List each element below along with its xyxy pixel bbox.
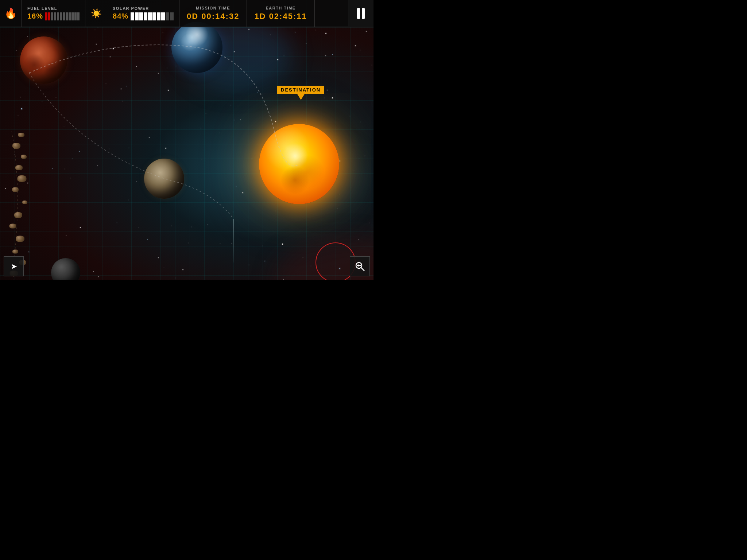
pause-bar-1	[357, 8, 360, 19]
star	[282, 244, 283, 245]
star	[123, 101, 123, 101]
asteroid-6	[12, 187, 19, 192]
solar-icon-button[interactable]: ☀️	[85, 0, 107, 27]
forward-button[interactable]: ➤	[4, 256, 24, 276]
fuel-seg-9	[69, 12, 71, 20]
star	[340, 194, 340, 194]
star	[242, 192, 243, 193]
pause-bar-2	[362, 8, 365, 19]
star	[164, 268, 164, 268]
zoom-button[interactable]	[350, 256, 370, 276]
fuel-label: FUEL LEVEL	[27, 6, 80, 11]
star	[339, 160, 340, 162]
star	[206, 113, 206, 114]
star	[96, 44, 97, 44]
solar-section: SOLAR POWER 84%	[107, 0, 179, 27]
mars-planet[interactable]	[20, 36, 67, 84]
star	[248, 29, 249, 30]
star	[106, 83, 106, 84]
forward-arrow-icon: ➤	[11, 262, 17, 271]
star	[117, 222, 117, 223]
mission-time-value: 0D 00:14:32	[187, 12, 239, 21]
star	[128, 200, 129, 200]
fuel-seg-5	[57, 12, 59, 20]
star	[264, 261, 265, 261]
asteroid-3	[21, 155, 27, 159]
star	[325, 55, 326, 56]
asteroid-5	[18, 175, 27, 182]
star	[275, 211, 275, 211]
star	[366, 31, 367, 32]
asteroid-7	[22, 201, 27, 204]
star	[165, 148, 166, 149]
star	[98, 276, 99, 277]
pause-button[interactable]	[348, 0, 374, 27]
star	[232, 243, 232, 244]
star	[369, 223, 369, 223]
rocky-planet[interactable]	[144, 159, 184, 199]
star	[129, 148, 129, 148]
star	[332, 54, 333, 55]
fuel-bar	[45, 12, 80, 20]
asteroid-4	[15, 165, 23, 170]
solar-seg-2	[135, 12, 139, 20]
fuel-value: 16%	[27, 12, 43, 20]
fuel-seg-7	[63, 12, 65, 20]
star	[158, 257, 159, 258]
solar-icon: ☀️	[91, 8, 102, 19]
fuel-section: FUEL LEVEL 16%	[22, 0, 85, 27]
ice-planet[interactable]	[171, 22, 222, 73]
star	[168, 90, 169, 91]
flame-icon: 🔥	[4, 7, 17, 19]
solar-seg-6	[152, 12, 156, 20]
earth-time-label: EARTH TIME	[266, 6, 295, 10]
star	[191, 227, 192, 227]
fuel-icon-button[interactable]: 🔥	[0, 0, 22, 27]
solar-seg-5	[148, 12, 152, 20]
earth-time-section: EARTH TIME 1D 02:45:11	[247, 0, 314, 27]
star	[56, 97, 56, 98]
asteroid-9	[9, 224, 16, 229]
star	[220, 244, 220, 244]
fuel-seg-6	[60, 12, 62, 20]
star	[97, 166, 98, 166]
destination-marker: DESTINATION	[277, 86, 324, 100]
sun-destination[interactable]	[259, 124, 339, 204]
earth-time-value: 1D 02:45:11	[254, 12, 307, 21]
destination-tag: DESTINATION	[277, 86, 324, 94]
game-container: DESTINATION 🔥 FUEL LEVEL 16%	[0, 0, 374, 280]
asteroid-8	[14, 212, 22, 218]
fuel-seg-8	[66, 12, 68, 20]
star	[257, 92, 258, 93]
star	[136, 66, 137, 67]
spacecraft-trajectory	[233, 219, 233, 262]
star	[303, 257, 303, 258]
star	[350, 116, 350, 116]
solar-bar	[131, 12, 174, 20]
fuel-seg-4	[54, 12, 56, 20]
star	[139, 227, 139, 228]
mission-time-section: MISSION TIME 0D 00:14:32	[179, 0, 247, 27]
fuel-seg-3	[51, 12, 53, 20]
fuel-seg-2	[48, 12, 50, 20]
asteroid-2	[12, 143, 20, 149]
star	[28, 252, 29, 252]
asteroid-10	[16, 236, 24, 242]
solar-label: SOLAR POWER	[113, 6, 174, 11]
fuel-seg-12	[77, 12, 80, 20]
solar-seg-4	[144, 12, 147, 20]
hud-header: 🔥 FUEL LEVEL 16%	[0, 0, 374, 27]
star	[147, 239, 148, 240]
fuel-seg-11	[74, 12, 77, 20]
star	[121, 89, 121, 89]
solar-value: 84%	[113, 12, 128, 20]
asteroid-1	[18, 133, 24, 137]
destination-arrow	[297, 94, 305, 100]
fuel-bar-container: 16%	[27, 12, 80, 20]
solar-bar-container: 84%	[113, 12, 174, 20]
star	[167, 68, 167, 68]
star	[202, 159, 202, 159]
star	[42, 101, 42, 102]
star	[70, 178, 71, 178]
mission-time-label: MISSION TIME	[196, 6, 230, 10]
